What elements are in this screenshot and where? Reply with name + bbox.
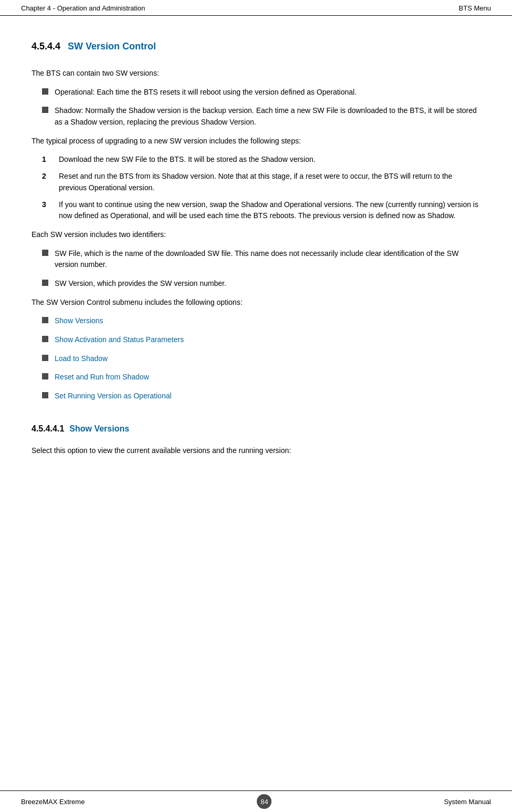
step-text-2: Reset and run the BTS from its Shadow ve… bbox=[59, 171, 480, 193]
list-item: Show Activation and Status Parameters bbox=[42, 334, 480, 346]
list-item: Load to Shadow bbox=[42, 353, 480, 365]
section-number: 4.5.4.4 bbox=[32, 41, 60, 52]
header-right: BTS Menu bbox=[459, 4, 491, 12]
identifiers-intro: Each SW version includes two identifiers… bbox=[32, 229, 480, 241]
submenu-list: Show Versions Show Activation and Status… bbox=[42, 315, 480, 402]
submenu-show-activation[interactable]: Show Activation and Status Parameters bbox=[55, 334, 480, 346]
bullet-text-shadow: Shadow: Normally the Shadow version is t… bbox=[55, 105, 480, 128]
page-footer: BreezeMAX Extreme 84 System Manual bbox=[0, 790, 512, 812]
submenu-set-operational[interactable]: Set Running Version as Operational bbox=[55, 390, 480, 402]
bullet-icon bbox=[42, 88, 48, 95]
submenu-show-versions[interactable]: Show Versions bbox=[55, 315, 480, 327]
subsection-intro: Select this option to view the current a… bbox=[32, 445, 480, 457]
bullet-icon bbox=[42, 107, 48, 113]
list-item: SW File, which is the name of the downlo… bbox=[42, 248, 480, 271]
bullet-icon bbox=[42, 280, 48, 286]
main-content: 4.5.4.4 SW Version Control The BTS can c… bbox=[0, 16, 512, 495]
bullet-icon bbox=[42, 336, 48, 342]
bullet-icon bbox=[42, 355, 48, 361]
step-item: 3 If you want to continue using the new … bbox=[42, 199, 480, 222]
set-operational-link[interactable]: Set Running Version as Operational bbox=[55, 392, 172, 400]
reset-run-shadow-link[interactable]: Reset and Run from Shadow bbox=[55, 373, 149, 381]
footer-right: System Manual bbox=[444, 798, 491, 806]
list-item: Operational: Each time the BTS resets it… bbox=[42, 87, 480, 98]
identifier-sw-file: SW File, which is the name of the downlo… bbox=[55, 248, 480, 271]
show-activation-link[interactable]: Show Activation and Status Parameters bbox=[55, 335, 184, 344]
submenu-reset-run[interactable]: Reset and Run from Shadow bbox=[55, 372, 480, 383]
list-item: Shadow: Normally the Shadow version is t… bbox=[42, 105, 480, 128]
section-heading-row: 4.5.4.4 SW Version Control bbox=[32, 36, 480, 60]
step-text-1: Download the new SW File to the BTS. It … bbox=[59, 154, 480, 166]
bullet-text-operational: Operational: Each time the BTS resets it… bbox=[55, 87, 480, 98]
identifier-sw-version: SW Version, which provides the SW versio… bbox=[55, 278, 480, 290]
subsection-number: 4.5.4.4.1 bbox=[32, 424, 64, 434]
load-shadow-link[interactable]: Load to Shadow bbox=[55, 354, 108, 363]
section-intro: The BTS can contain two SW versions: bbox=[32, 68, 480, 79]
bullet-icon bbox=[42, 373, 48, 379]
subsection-heading-row: 4.5.4.4.1 Show Versions bbox=[32, 412, 480, 438]
subsection-title: Show Versions bbox=[69, 424, 129, 434]
bullet-icon bbox=[42, 250, 48, 256]
step-item: 2 Reset and run the BTS from its Shadow … bbox=[42, 171, 480, 193]
list-item: SW Version, which provides the SW versio… bbox=[42, 278, 480, 290]
submenu-intro: The SW Version Control submenu includes … bbox=[32, 297, 480, 309]
footer-left: BreezeMAX Extreme bbox=[21, 798, 85, 806]
step-number: 1 bbox=[42, 154, 55, 166]
bullet-icon bbox=[42, 317, 48, 323]
list-item: Reset and Run from Shadow bbox=[42, 372, 480, 383]
list-item: Set Running Version as Operational bbox=[42, 390, 480, 402]
show-versions-link[interactable]: Show Versions bbox=[55, 316, 103, 325]
typical-process-intro: The typical process of upgrading to a ne… bbox=[32, 136, 480, 147]
step-item: 1 Download the new SW File to the BTS. I… bbox=[42, 154, 480, 166]
bullet-icon bbox=[42, 392, 48, 398]
submenu-load-shadow[interactable]: Load to Shadow bbox=[55, 353, 480, 365]
version-types-list: Operational: Each time the BTS resets it… bbox=[42, 87, 480, 128]
step-text-3: If you want to continue using the new ve… bbox=[59, 199, 480, 222]
header-left: Chapter 4 - Operation and Administration bbox=[21, 4, 145, 12]
page-header: Chapter 4 - Operation and Administration… bbox=[0, 0, 512, 16]
step-number: 3 bbox=[42, 199, 55, 211]
page-number: 84 bbox=[257, 794, 271, 809]
section-title: SW Version Control bbox=[68, 41, 156, 52]
identifiers-list: SW File, which is the name of the downlo… bbox=[42, 248, 480, 290]
list-item: Show Versions bbox=[42, 315, 480, 327]
step-number: 2 bbox=[42, 171, 55, 182]
steps-list: 1 Download the new SW File to the BTS. I… bbox=[42, 154, 480, 221]
